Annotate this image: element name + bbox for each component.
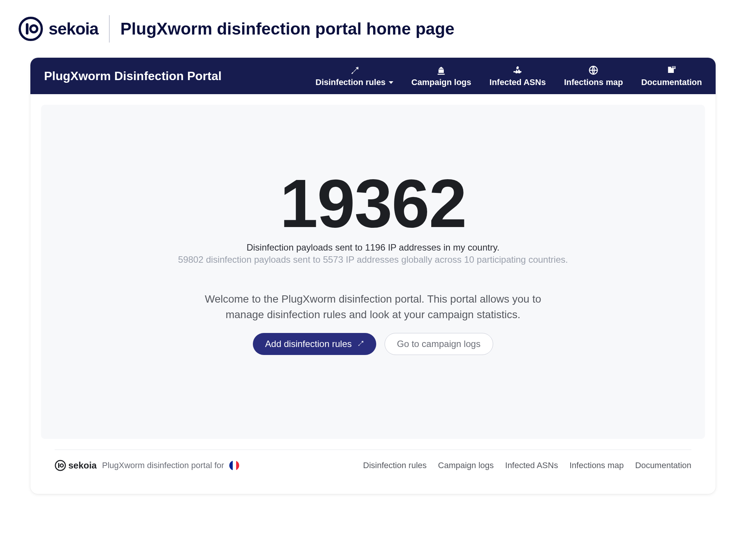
- syringe-icon: [349, 65, 360, 76]
- page-context-title: PlugXworm disinfection portal home page: [120, 19, 454, 38]
- svg-rect-4: [520, 71, 522, 73]
- add-disinfection-rules-button[interactable]: Add disinfection rules: [253, 333, 376, 355]
- nav-infected-asns[interactable]: Infected ASNs: [489, 65, 546, 87]
- sekoia-logo-small: sekoia: [55, 460, 97, 471]
- outer-header: sekoia PlugXworm disinfection portal hom…: [0, 0, 746, 53]
- svg-rect-12: [58, 463, 59, 468]
- content-area: 19362 Disinfection payloads sent to 1196…: [30, 94, 716, 494]
- welcome-text: Welcome to the PlugXworm disinfection po…: [191, 292, 555, 322]
- sekoia-logo: sekoia: [18, 16, 98, 41]
- portal-title: PlugXworm Disinfection Portal: [44, 69, 222, 83]
- svg-rect-10: [672, 68, 675, 68]
- global-stats-line: 59802 disinfection payloads sent to 5573…: [41, 254, 705, 265]
- hero-card: 19362 Disinfection payloads sent to 1196…: [41, 105, 705, 439]
- disinfection-count: 19362: [41, 169, 705, 238]
- nav-infections-map[interactable]: Infections map: [564, 65, 623, 87]
- building-icon: [436, 65, 446, 76]
- portal-navbar: PlugXworm Disinfection Portal Disinfecti…: [30, 58, 716, 94]
- nav-label: Disinfection rules: [315, 77, 386, 87]
- chevron-down-icon: [389, 81, 393, 84]
- footer-link-disinfection-rules[interactable]: Disinfection rules: [363, 461, 427, 470]
- portal-footer: sekoia PlugXworm disinfection portal for…: [55, 450, 691, 483]
- footer-link-campaign-logs[interactable]: Campaign logs: [438, 461, 494, 470]
- nav-label: Infected ASNs: [489, 77, 546, 87]
- svg-point-2: [30, 25, 37, 32]
- sekoia-brand-text: sekoia: [49, 19, 98, 38]
- sekoia-logo-icon: [55, 460, 66, 471]
- footer-links: Disinfection rules Campaign logs Infecte…: [363, 461, 691, 470]
- svg-rect-1: [26, 23, 28, 35]
- button-label: Add disinfection rules: [265, 339, 352, 349]
- network-icon: [512, 65, 523, 76]
- nav-campaign-logs[interactable]: Campaign logs: [412, 65, 472, 87]
- footer-left: sekoia PlugXworm disinfection portal for: [55, 460, 239, 471]
- svg-rect-9: [672, 67, 675, 67]
- france-flag-icon: [229, 461, 239, 470]
- nav-label: Infections map: [564, 77, 623, 87]
- syringe-icon: [356, 339, 364, 349]
- nav-documentation[interactable]: Documentation: [641, 65, 702, 87]
- nav-label: Documentation: [641, 77, 702, 87]
- footer-link-infected-asns[interactable]: Infected ASNs: [505, 461, 558, 470]
- globe-icon: [588, 65, 599, 76]
- button-row: Add disinfection rules Go to campaign lo…: [41, 333, 705, 355]
- navbar-items: Disinfection rules Campaign logs Infecte…: [315, 65, 702, 87]
- header-divider: [109, 15, 110, 43]
- button-label: Go to campaign logs: [397, 339, 481, 349]
- svg-rect-3: [514, 71, 516, 73]
- footer-text: PlugXworm disinfection portal for: [102, 461, 224, 470]
- nav-label: Campaign logs: [412, 77, 472, 87]
- nav-disinfection-rules[interactable]: Disinfection rules: [315, 65, 393, 87]
- svg-point-13: [60, 464, 63, 467]
- svg-rect-5: [517, 71, 519, 73]
- portal-frame: PlugXworm Disinfection Portal Disinfecti…: [30, 58, 716, 494]
- sekoia-logo-icon: [18, 16, 43, 41]
- docs-icon: [666, 65, 677, 76]
- go-to-campaign-logs-button[interactable]: Go to campaign logs: [385, 333, 493, 355]
- svg-point-6: [517, 67, 519, 69]
- sekoia-brand-text: sekoia: [68, 460, 97, 471]
- footer-link-infections-map[interactable]: Infections map: [569, 461, 624, 470]
- footer-link-documentation[interactable]: Documentation: [635, 461, 691, 470]
- country-stats-line: Disinfection payloads sent to 1196 IP ad…: [41, 242, 705, 253]
